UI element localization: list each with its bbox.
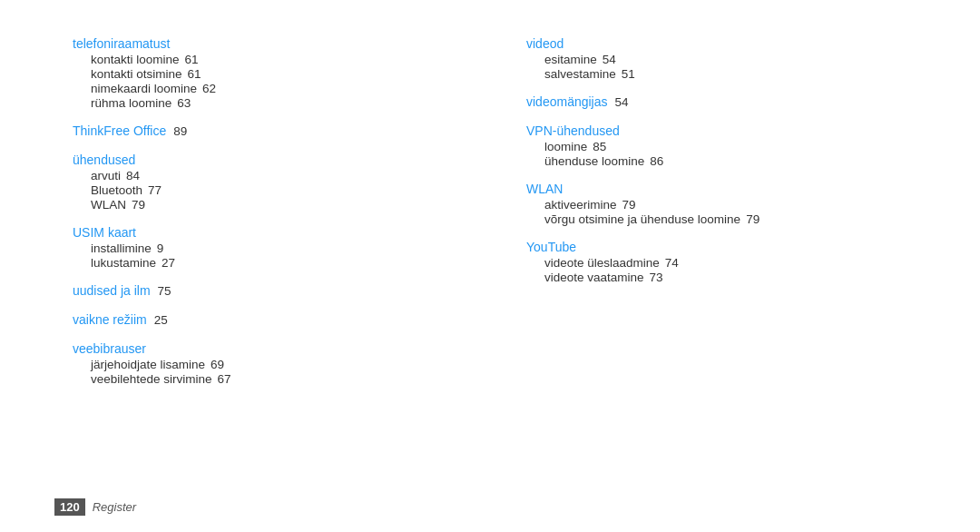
sub-item-text: esitamine (544, 53, 597, 66)
page-num: 62 (202, 82, 216, 95)
page-num: 79 (746, 212, 760, 226)
section-title-0-5: vaikne režiim25 (73, 312, 472, 327)
page-num: 51 (622, 67, 635, 81)
footer-page-number: 120 (54, 498, 85, 516)
section-title-0-0: telefoniraamatust (73, 36, 472, 51)
page-num: 84 (126, 169, 140, 182)
page-num: 54 (603, 53, 616, 66)
sub-item-0-2-1: Bluetooth77 (73, 183, 472, 197)
sub-item-1-3-0: aktiveerimine79 (526, 198, 926, 212)
sub-item-0-2-2: WLAN79 (73, 198, 472, 212)
sub-item-text: videote üleslaadmine (544, 256, 660, 270)
page-num: 63 (177, 96, 191, 110)
sub-item-text: arvuti (91, 169, 121, 182)
section-title-1-3: WLAN (526, 182, 926, 196)
sub-item-text: nimekaardi loomine (91, 82, 197, 95)
sub-item-0-0-2: nimekaardi loomine62 (73, 82, 472, 95)
column-1: videodesitamine54salvestamine51videomäng… (526, 36, 926, 454)
sub-item-1-2-1: ühenduse loomine86 (526, 154, 926, 168)
footer: 120 Register (54, 498, 136, 516)
page-num: 27 (162, 256, 175, 270)
page-num: 77 (148, 183, 162, 197)
page-num: 79 (622, 198, 636, 212)
section-title-0-4: uudised ja ilm75 (73, 283, 472, 298)
sub-item-text: salvestamine (544, 67, 616, 81)
sub-item-text: Bluetooth (91, 183, 142, 197)
page-content: telefoniraamatustkontakti loomine61konta… (0, 0, 980, 490)
section-title-1-2: VPN-ühendused (526, 123, 926, 138)
sub-item-1-0-1: salvestamine51 (526, 67, 926, 81)
sub-item-text: videote vaatamine (544, 271, 644, 284)
sub-item-text: ühenduse loomine (544, 154, 644, 168)
sub-item-text: veebilehtede sirvimine (91, 372, 212, 386)
sub-item-1-4-0: videote üleslaadmine74 (526, 256, 926, 270)
section-title-0-1: ThinkFree Office89 (73, 123, 472, 138)
page-num: 74 (665, 256, 679, 270)
page-num: 61 (188, 67, 201, 81)
sub-item-text: kontakti otsimine (91, 67, 182, 81)
sub-item-0-0-0: kontakti loomine61 (73, 53, 472, 66)
sub-item-1-4-1: videote vaatamine73 (526, 271, 926, 284)
page-num: 86 (650, 154, 663, 168)
column-0: telefoniraamatustkontakti loomine61konta… (73, 36, 472, 454)
sub-item-1-0-0: esitamine54 (526, 53, 926, 66)
section-title-1-1: videomängijas54 (526, 94, 926, 109)
page-num: 85 (593, 140, 606, 153)
sub-item-text: loomine (544, 140, 587, 153)
sub-item-text: aktiveerimine (544, 198, 617, 212)
sub-item-0-0-1: kontakti otsimine61 (73, 67, 472, 81)
sub-item-0-6-0: järjehoidjate lisamine69 (73, 358, 472, 371)
page-num: 69 (211, 358, 224, 371)
footer-label: Register (93, 500, 136, 514)
sub-item-1-3-1: võrgu otsimine ja ühenduse loomine79 (526, 212, 926, 226)
section-title-0-2: ühendused (73, 153, 472, 167)
section-title-0-6: veebibrauser (73, 341, 472, 356)
sub-item-0-3-1: lukustamine27 (73, 256, 472, 270)
sub-item-0-6-1: veebilehtede sirvimine67 (73, 372, 472, 386)
section-title-0-3: USIM kaart (73, 225, 472, 240)
sub-item-text: installimine (91, 241, 152, 255)
page-num: 9 (157, 241, 164, 255)
page-num: 79 (132, 198, 145, 212)
sub-item-0-0-3: rühma loomine63 (73, 96, 472, 110)
sub-item-1-2-0: loomine85 (526, 140, 926, 153)
sub-item-text: rühma loomine (91, 96, 172, 110)
page-num: 61 (185, 53, 199, 66)
sub-item-text: kontakti loomine (91, 53, 180, 66)
page-num: 67 (218, 372, 231, 386)
sub-item-0-2-0: arvuti84 (73, 169, 472, 182)
sub-item-0-3-0: installimine9 (73, 241, 472, 255)
section-title-1-4: YouTube (526, 240, 926, 254)
page-num: 73 (650, 271, 663, 284)
sub-item-text: võrgu otsimine ja ühenduse loomine (544, 212, 740, 226)
sub-item-text: lukustamine (91, 256, 156, 270)
sub-item-text: järjehoidjate lisamine (91, 358, 205, 371)
sub-item-text: WLAN (91, 198, 126, 212)
section-title-1-0: videod (526, 36, 926, 51)
